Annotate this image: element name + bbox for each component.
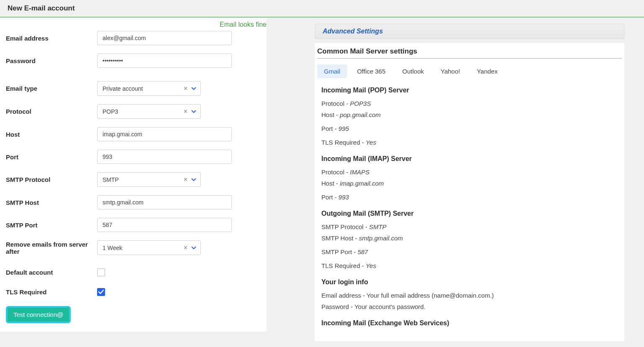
smtp-host-field[interactable] — [97, 195, 232, 209]
email-label: Email address — [6, 35, 97, 42]
tls-required-checkbox[interactable] — [97, 288, 105, 296]
check-icon — [98, 290, 104, 294]
password-label: Password — [6, 57, 97, 64]
smtp-port-field[interactable] — [97, 218, 232, 232]
remove-after-value: 1 Week — [103, 245, 122, 251]
login-password-row: Password - Your account's password. — [321, 303, 622, 310]
remove-after-select[interactable]: 1 Week ✕ — [97, 240, 201, 255]
tab-office365[interactable]: Office 365 — [350, 64, 392, 78]
imap-protocol-row: Protocol - IMAPS — [321, 168, 622, 176]
tab-yandex[interactable]: Yandex — [470, 64, 504, 78]
smtp-protocol-label: SMTP Protocol — [6, 176, 97, 183]
imap-host-row: Host - imap.gmail.com — [321, 180, 622, 187]
emailtype-value: Private account — [103, 85, 143, 92]
smtp-host-label: SMTP Host — [6, 199, 97, 206]
page-title: New E-mail account — [0, 0, 644, 17]
smtp-protocol-select[interactable]: SMTP ✕ — [97, 172, 201, 187]
remove-after-label: Remove emails from server after — [6, 241, 97, 255]
exchange-heading: Incoming Mail (Exchange Web Services) — [321, 319, 622, 327]
clear-icon[interactable]: ✕ — [183, 245, 188, 251]
email-account-form: Email looks fine Email address Password … — [0, 18, 267, 332]
tab-outlook[interactable]: Outlook — [395, 64, 431, 78]
chevron-down-icon[interactable] — [191, 87, 196, 90]
provider-tabs: Gmail Office 365 Outlook Yahoo! Yandex — [317, 64, 622, 78]
pop-tls-row: TLS Required - Yes — [321, 139, 622, 146]
login-email-row: Email address - Your full email address … — [321, 292, 622, 299]
host-label: Host — [6, 131, 97, 138]
host-field[interactable] — [97, 127, 232, 141]
chevron-down-icon[interactable] — [191, 110, 196, 113]
smtp-server-heading: Outgoing Mail (SMTP) Server — [321, 210, 622, 217]
pop-protocol-row: Protocol - POP3S — [321, 100, 622, 107]
clear-icon[interactable]: ✕ — [183, 85, 188, 92]
smtp-host-row: SMTP Host - smtp.gmail.com — [321, 235, 622, 242]
clear-icon[interactable]: ✕ — [183, 176, 188, 183]
password-field[interactable] — [97, 54, 232, 68]
email-field[interactable] — [97, 31, 232, 45]
pop-port-row: Port - 995 — [321, 125, 622, 132]
protocol-label: Protocol — [6, 108, 97, 115]
pop-host-row: Host - pop.gmail.com — [321, 111, 622, 118]
default-account-label: Default account — [6, 269, 97, 276]
smtp-protocol-row: SMTP Protocol - SMTP — [321, 223, 622, 230]
clear-icon[interactable]: ✕ — [183, 108, 188, 115]
tab-gmail[interactable]: Gmail — [317, 64, 347, 78]
protocol-select[interactable]: POP3 ✕ — [97, 104, 201, 119]
smtp-protocol-value: SMTP — [103, 176, 119, 183]
smtp-tls-row: TLS Required - Yes — [321, 262, 622, 269]
tls-required-label: TLS Required — [6, 288, 97, 296]
imap-port-row: Port - 993 — [321, 194, 622, 201]
default-account-checkbox[interactable] — [97, 268, 105, 276]
port-field[interactable] — [97, 150, 232, 164]
port-label: Port — [6, 153, 97, 161]
chevron-down-icon[interactable] — [191, 178, 196, 181]
pop-server-heading: Incoming Mail (POP) Server — [321, 87, 622, 94]
common-settings-title: Common Mail Server settings — [317, 47, 622, 56]
login-info-heading: Your login info — [321, 278, 622, 286]
smtp-port-label: SMTP Port — [6, 222, 97, 229]
emailtype-label: Email type — [6, 85, 97, 92]
advanced-settings-header: Advanced Settings — [315, 24, 624, 39]
tab-yahoo[interactable]: Yahoo! — [434, 64, 467, 78]
test-connection-button[interactable]: Test connection@ — [6, 306, 71, 323]
imap-server-heading: Incoming Mail (IMAP) Server — [321, 155, 622, 163]
validation-message: Email looks fine — [220, 21, 267, 28]
protocol-value: POP3 — [103, 108, 118, 115]
smtp-port-row: SMTP Port - 587 — [321, 248, 622, 255]
emailtype-select[interactable]: Private account ✕ — [97, 81, 201, 96]
divider — [317, 58, 622, 59]
chevron-down-icon[interactable] — [191, 246, 196, 250]
advanced-settings-panel: Advanced Settings Common Mail Server set… — [315, 24, 624, 341]
